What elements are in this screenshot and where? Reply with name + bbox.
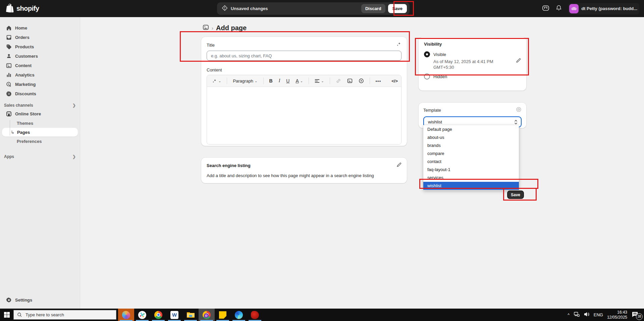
sidebar-item-analytics[interactable]: Analytics: [2, 70, 78, 79]
sidebar-item-label: Online Store: [15, 111, 41, 116]
editor-content-area[interactable]: [207, 87, 401, 145]
sidebar-item-customers[interactable]: Customers: [2, 51, 78, 61]
underline-button[interactable]: U: [284, 77, 291, 85]
sidebar-item-marketing[interactable]: Marketing: [2, 79, 78, 89]
magic-sparkle-icon[interactable]: [396, 42, 401, 48]
account-name: dt Petty (password: budd...: [581, 6, 637, 11]
notification-count-badge: 38: [636, 313, 643, 320]
template-card: Template wishlist: [419, 103, 526, 128]
sidebar-item-label: Marketing: [15, 82, 36, 87]
sidebar-item-label: Settings: [15, 298, 32, 303]
italic-button[interactable]: I: [277, 77, 282, 85]
topbar-right: db dt Petty (password: budd...: [542, 0, 639, 17]
taskbar-clock[interactable]: 16:43 12/05/2025: [607, 310, 627, 320]
windows-logo-icon: [4, 312, 10, 318]
visibility-title: Visibility: [424, 42, 521, 47]
show-html-button[interactable]: </>: [391, 78, 398, 84]
home-icon: [6, 25, 12, 31]
link-button[interactable]: [334, 77, 343, 85]
sidebar-item-preferences[interactable]: Preferences: [2, 137, 78, 146]
title-input[interactable]: [207, 51, 401, 61]
taskbar-red-app-icon[interactable]: [247, 309, 263, 321]
dropdown-option-contact[interactable]: contact: [423, 158, 519, 166]
taskbar-search[interactable]: Type here to search: [13, 310, 116, 320]
dropdown-option-services[interactable]: services: [423, 174, 519, 182]
more-options-button[interactable]: •••: [374, 77, 383, 85]
title-field-label: Title: [207, 43, 215, 48]
dropdown-option-wishlist-highlighted[interactable]: wishlist: [423, 182, 519, 190]
save-button-top[interactable]: Save: [388, 4, 407, 13]
taskbar-chrome-profile-icon[interactable]: D: [199, 309, 215, 321]
taskbar-file-explorer-icon[interactable]: [182, 309, 199, 321]
seo-title: Search engine listing: [207, 163, 251, 168]
online-store-icon: [6, 111, 12, 117]
bold-button[interactable]: B: [268, 77, 274, 85]
taskbar-date: 12/05/2025: [607, 315, 627, 320]
shopify-logo[interactable]: shopify: [6, 4, 39, 14]
dropdown-option-about-us[interactable]: about-us: [423, 133, 519, 142]
notifications-bell-icon[interactable]: [555, 5, 562, 13]
dropdown-option-brands[interactable]: brands: [423, 142, 519, 150]
sidebar-item-settings[interactable]: Settings: [2, 295, 78, 305]
paragraph-label: Paragraph: [233, 78, 253, 84]
taskbar-slack-icon[interactable]: [134, 309, 150, 321]
preview-eye-icon[interactable]: [516, 107, 522, 114]
sales-channels-header[interactable]: Sales channels ❯: [4, 103, 76, 108]
volume-icon[interactable]: [584, 312, 590, 318]
products-tag-icon: [6, 44, 12, 50]
search-icon: [17, 312, 22, 317]
apps-label: Apps: [4, 154, 14, 159]
analytics-icon: [6, 72, 12, 78]
content-icon: [6, 63, 12, 68]
sidebar-item-discounts[interactable]: Discounts: [2, 89, 78, 98]
sidebar-item-orders[interactable]: Orders: [2, 33, 78, 42]
edit-pencil-icon[interactable]: [396, 162, 401, 169]
insert-video-button[interactable]: [357, 77, 366, 85]
text-color-button[interactable]: A ⌄: [294, 77, 305, 85]
sidebar-item-label: Content: [15, 63, 32, 68]
insert-image-button[interactable]: [345, 77, 354, 85]
hidden-radio-row[interactable]: Hidden: [424, 73, 521, 79]
pages-breadcrumb-icon[interactable]: [203, 24, 209, 32]
dropdown-option-default-page[interactable]: Default page: [423, 125, 519, 133]
radio-selected-icon: [424, 51, 430, 57]
alignment-dropdown[interactable]: ⌄: [313, 77, 325, 85]
seo-card: Search engine listing Add a title and de…: [201, 158, 407, 183]
edit-visibility-pencil-icon[interactable]: [516, 58, 521, 64]
paragraph-style-dropdown[interactable]: Paragraph ⌄: [231, 77, 259, 85]
discard-button[interactable]: Discard: [361, 4, 385, 13]
language-indicator[interactable]: ENG: [594, 312, 603, 317]
network-icon[interactable]: [574, 312, 580, 318]
taskbar-chrome-icon[interactable]: [150, 309, 166, 321]
marketing-icon: [6, 82, 12, 87]
apps-header[interactable]: Apps ❯: [4, 154, 76, 159]
taskbar-word-icon[interactable]: W: [166, 309, 182, 321]
sidebar-item-home[interactable]: Home: [2, 23, 78, 33]
sidebar-item-label: Pages: [17, 130, 30, 135]
sidebar-item-online-store[interactable]: Online Store: [2, 109, 78, 118]
store-preview-icon[interactable]: [542, 4, 549, 13]
sidebar-item-pages[interactable]: ↳ Pages: [2, 128, 78, 137]
caret-down-icon: ⌄: [255, 79, 257, 83]
sidebar-item-products[interactable]: Products: [2, 42, 78, 51]
caret-down-icon: ⌄: [218, 79, 221, 83]
save-button-bottom[interactable]: Save: [507, 191, 524, 199]
action-center-icon[interactable]: 38: [631, 311, 641, 319]
taskbar-edge-icon[interactable]: [231, 309, 247, 321]
sidebar-item-content[interactable]: Content: [2, 61, 78, 70]
tree-line: [10, 120, 10, 136]
customers-icon: [6, 53, 12, 59]
account-menu[interactable]: db dt Petty (password: budd...: [568, 3, 639, 14]
taskbar-sticky-notes-icon[interactable]: [215, 309, 231, 321]
taskbar-copilot-icon[interactable]: [118, 309, 134, 321]
visible-note-line2: GMT+5:30: [433, 64, 493, 70]
align-left-icon: [315, 79, 320, 83]
tray-expand-chevron[interactable]: ^: [568, 313, 570, 317]
sidebar-item-themes[interactable]: Themes: [2, 119, 78, 127]
dropdown-option-compare[interactable]: compare: [423, 150, 519, 158]
ai-magic-button[interactable]: ⌄: [210, 77, 223, 85]
start-button[interactable]: [0, 309, 13, 321]
dropdown-option-faq-layout-1[interactable]: faq-layout-1: [423, 166, 519, 174]
link-icon: [336, 78, 341, 84]
visible-radio-row[interactable]: Visible: [424, 51, 521, 57]
